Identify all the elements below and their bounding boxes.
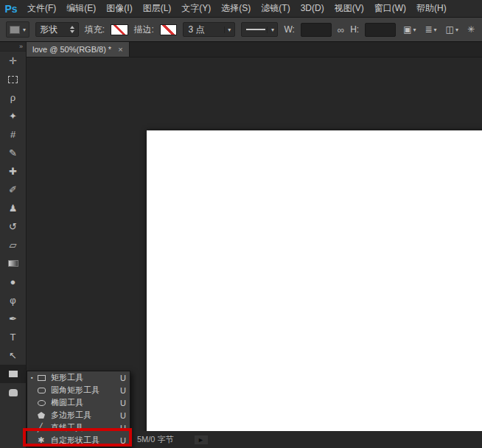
tools-panel-collapse[interactable]: » bbox=[0, 42, 26, 52]
path-selection-tool[interactable]: ↖ bbox=[0, 346, 26, 365]
flyout-item-rectangle-tool[interactable]: ▪ 矩形工具 U bbox=[27, 371, 130, 384]
dodge-tool[interactable]: φ bbox=[0, 291, 26, 309]
document-tab-title: love @ 50%(RGB/8) * bbox=[32, 45, 111, 54]
dropdown-arrow-icon: ▾ bbox=[224, 27, 234, 33]
tool-preset-picker[interactable]: ▾ bbox=[6, 21, 29, 38]
type-tool[interactable]: T bbox=[0, 328, 26, 346]
blur-icon: ● bbox=[10, 276, 16, 287]
crop-tool[interactable]: # bbox=[0, 125, 26, 144]
eyedropper-tool[interactable]: ✎ bbox=[0, 144, 26, 162]
path-selection-icon: ↖ bbox=[9, 350, 17, 361]
tools-panel: » ✛ ρ ✦ # ✎ ✚ ✐ ♟ ↺ ▱ ● φ ✒ T ↖ bbox=[0, 42, 27, 448]
quick-selection-icon: ✦ bbox=[9, 111, 17, 122]
eraser-icon: ▱ bbox=[10, 239, 17, 251]
blur-tool[interactable]: ● bbox=[0, 273, 26, 291]
menu-file[interactable]: 文件(F) bbox=[22, 0, 61, 17]
stroke-color-swatch[interactable] bbox=[160, 24, 177, 35]
tool-options-bar: ▾ 形状 填充: 描边: 3 点 ▾ ▾ W: ∞ H: ▣ ▾ ≣ ▾ ◫ ▾… bbox=[0, 18, 482, 42]
eyedropper-icon: ✎ bbox=[9, 147, 17, 158]
shape-width-input[interactable] bbox=[301, 23, 332, 37]
menu-window[interactable]: 窗口(W) bbox=[369, 0, 411, 17]
document-tab-bar: love @ 50%(RGB/8) * × bbox=[27, 42, 482, 57]
lasso-tool[interactable]: ρ bbox=[0, 88, 26, 107]
flyout-item-polygon-tool[interactable]: 多边形工具 U bbox=[27, 409, 130, 421]
quick-selection-tool[interactable]: ✦ bbox=[0, 107, 26, 125]
eraser-tool[interactable]: ▱ bbox=[0, 236, 26, 254]
menu-type[interactable]: 文字(Y) bbox=[176, 0, 216, 17]
status-options-button[interactable]: ► bbox=[195, 435, 208, 444]
menu-select[interactable]: 选择(S) bbox=[216, 0, 256, 17]
menu-image[interactable]: 图像(I) bbox=[101, 0, 137, 17]
menu-help[interactable]: 帮助(H) bbox=[411, 0, 452, 17]
stroke-type-preview-icon bbox=[246, 29, 265, 30]
flyout-item-ellipse-tool[interactable]: 椭圆工具 U bbox=[27, 396, 130, 409]
spinner-icon bbox=[70, 26, 74, 33]
fill-label: 填充: bbox=[85, 24, 105, 36]
hand-tool[interactable] bbox=[0, 383, 26, 402]
move-tool[interactable]: ✛ bbox=[0, 52, 26, 70]
width-label: W: bbox=[284, 24, 294, 35]
brush-tool[interactable]: ✐ bbox=[0, 181, 26, 199]
flyout-item-custom-shape-tool[interactable]: ✱ 自定形状工具 U bbox=[27, 434, 130, 447]
document-canvas[interactable] bbox=[147, 130, 482, 448]
flyout-item-line-tool[interactable]: ╱ 直线工具 U bbox=[27, 421, 130, 434]
document-size-status: 5M/0 字节 bbox=[137, 434, 174, 445]
path-operations-button[interactable]: ▣ ▾ bbox=[402, 21, 417, 38]
gradient-icon bbox=[8, 260, 18, 267]
tool-mode-select[interactable]: 形状 bbox=[35, 22, 79, 37]
type-icon: T bbox=[10, 332, 16, 343]
path-alignment-icon: ≣ bbox=[425, 24, 433, 35]
height-label: H: bbox=[350, 24, 359, 35]
shape-tool[interactable] bbox=[0, 365, 26, 383]
rectangle-shape-icon bbox=[9, 371, 18, 377]
current-tool-marker-icon: ▪ bbox=[31, 375, 38, 380]
polygon-icon bbox=[38, 412, 51, 419]
menu-bar: Ps 文件(F) 编辑(E) 图像(I) 图层(L) 文字(Y) 选择(S) 滤… bbox=[0, 0, 482, 18]
rectangular-marquee-tool[interactable] bbox=[0, 70, 26, 88]
gear-icon: ✳ bbox=[467, 24, 475, 35]
path-arrangement-button[interactable]: ◫ ▾ bbox=[444, 21, 460, 38]
shape-options-button[interactable]: ✳ bbox=[466, 21, 476, 38]
history-brush-tool[interactable]: ↺ bbox=[0, 217, 26, 236]
rounded-rectangle-icon bbox=[38, 388, 51, 393]
path-operations-icon: ▣ bbox=[403, 24, 411, 35]
pen-tool[interactable]: ✒ bbox=[0, 309, 26, 328]
dropdown-arrow-icon: ▾ bbox=[434, 27, 437, 33]
clone-stamp-icon: ♟ bbox=[9, 203, 18, 214]
document-tab[interactable]: love @ 50%(RGB/8) * × bbox=[27, 42, 130, 57]
marquee-icon bbox=[8, 76, 18, 83]
photoshop-logo: Ps bbox=[0, 3, 22, 15]
link-dimensions-icon[interactable]: ∞ bbox=[338, 24, 344, 35]
custom-shape-icon: ✱ bbox=[38, 435, 51, 445]
lasso-icon: ρ bbox=[10, 92, 15, 103]
stroke-width-value: 3 点 bbox=[184, 24, 209, 36]
menu-filter[interactable]: 滤镜(T) bbox=[256, 0, 295, 17]
close-icon[interactable]: × bbox=[118, 45, 122, 54]
stroke-label: 描边: bbox=[134, 24, 154, 36]
dodge-icon: φ bbox=[10, 295, 15, 306]
stroke-width-select[interactable]: 3 点 ▾ bbox=[183, 22, 234, 37]
menu-3d[interactable]: 3D(D) bbox=[296, 0, 329, 17]
triangle-right-icon: ► bbox=[198, 436, 204, 444]
stroke-type-select[interactable]: ▾ bbox=[241, 22, 279, 37]
history-brush-icon: ↺ bbox=[9, 221, 17, 232]
move-icon: ✛ bbox=[9, 55, 17, 66]
double-chevron-icon: » bbox=[19, 43, 23, 50]
menu-layer[interactable]: 图层(L) bbox=[138, 0, 177, 17]
flyout-item-rounded-rectangle-tool[interactable]: 圆角矩形工具 U bbox=[27, 384, 130, 396]
ellipse-icon bbox=[38, 400, 51, 406]
gradient-tool[interactable] bbox=[0, 254, 26, 273]
path-alignment-button[interactable]: ≣ ▾ bbox=[424, 21, 439, 38]
healing-brush-icon: ✚ bbox=[9, 166, 17, 177]
spot-healing-brush-tool[interactable]: ✚ bbox=[0, 162, 26, 181]
tool-mode-value: 形状 bbox=[40, 24, 57, 36]
menu-edit[interactable]: 编辑(E) bbox=[61, 0, 101, 17]
path-arrangement-icon: ◫ bbox=[446, 24, 454, 35]
line-icon: ╱ bbox=[38, 423, 51, 433]
rectangle-icon bbox=[38, 375, 51, 381]
menu-view[interactable]: 视图(V) bbox=[329, 0, 369, 17]
clone-stamp-tool[interactable]: ♟ bbox=[0, 199, 26, 217]
shape-height-input[interactable] bbox=[365, 23, 396, 37]
fill-color-swatch[interactable] bbox=[111, 24, 128, 35]
dropdown-arrow-icon: ▾ bbox=[413, 27, 416, 33]
